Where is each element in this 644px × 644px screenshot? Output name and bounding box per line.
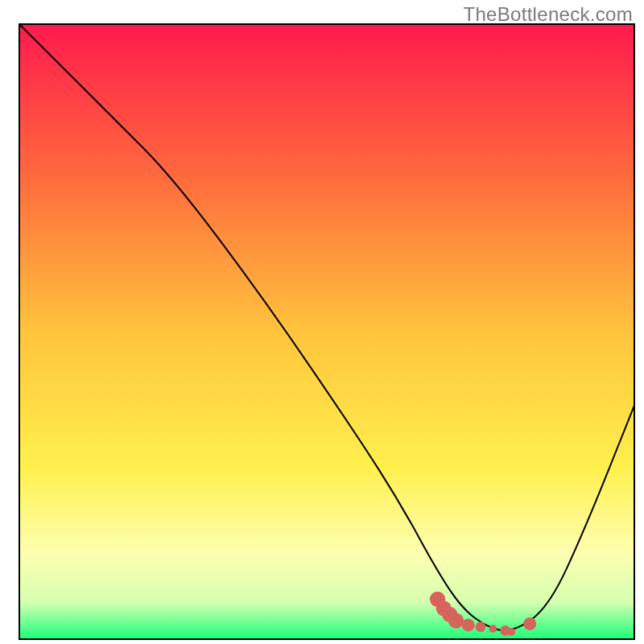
- marker-dot: [448, 613, 464, 628]
- watermark-text: TheBottleneck.com: [463, 3, 633, 26]
- marker-dot: [476, 621, 486, 632]
- bottleneck-chart: [0, 0, 644, 644]
- marker-dot: [462, 618, 475, 631]
- marker-dot: [523, 617, 536, 630]
- marker-dot: [507, 628, 515, 636]
- marker-dot: [489, 625, 497, 633]
